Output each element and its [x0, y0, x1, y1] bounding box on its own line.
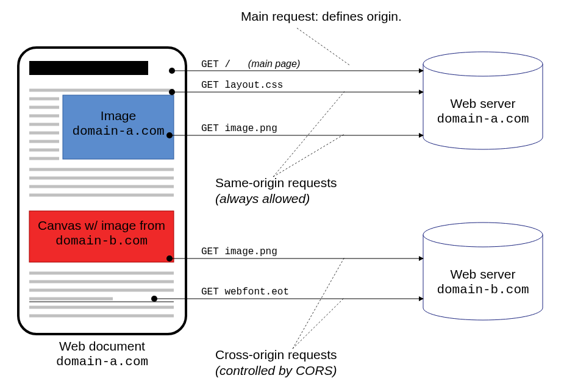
server-b-line1: Web server [423, 267, 543, 282]
webdoc-caption-line1: Web document [18, 339, 186, 354]
leader-same-origin [273, 91, 344, 177]
canvas-label-line1: Canvas w/ image from [29, 218, 174, 233]
same-origin-line1: Same-origin requests [215, 176, 337, 190]
leader-title [297, 28, 351, 66]
webdoc-blackbar [29, 61, 148, 75]
server-a-line1: Web server [423, 96, 543, 111]
req-layoutcss-text: GET layout.css [201, 80, 283, 91]
req-image-a-text: GET image.png [201, 123, 277, 134]
canvas-label-line2: domain-b.com [29, 234, 174, 249]
req-mainpage-text: GET / (main page) [201, 59, 300, 70]
server-a-line2: domain-a.com [423, 112, 543, 127]
req-webfont-text: GET webfont.eot [201, 287, 289, 298]
cross-origin-line2: (controlled by CORS) [215, 363, 337, 378]
image-label-line1: Image [63, 109, 174, 123]
server-b-line2: domain-b.com [423, 283, 543, 298]
svg-point-21 [423, 223, 543, 247]
leader-cross-origin [293, 257, 344, 349]
req-image-b-text: GET image.png [201, 246, 277, 257]
image-label-line2: domain-a.com [63, 124, 174, 139]
same-origin-line2: (always allowed) [215, 191, 310, 206]
title-note: Main request: defines origin. [241, 9, 402, 24]
svg-point-20 [423, 52, 543, 76]
webdoc-caption-line2: domain-a.com [18, 355, 186, 369]
cross-origin-line1: Cross-origin requests [215, 347, 337, 362]
